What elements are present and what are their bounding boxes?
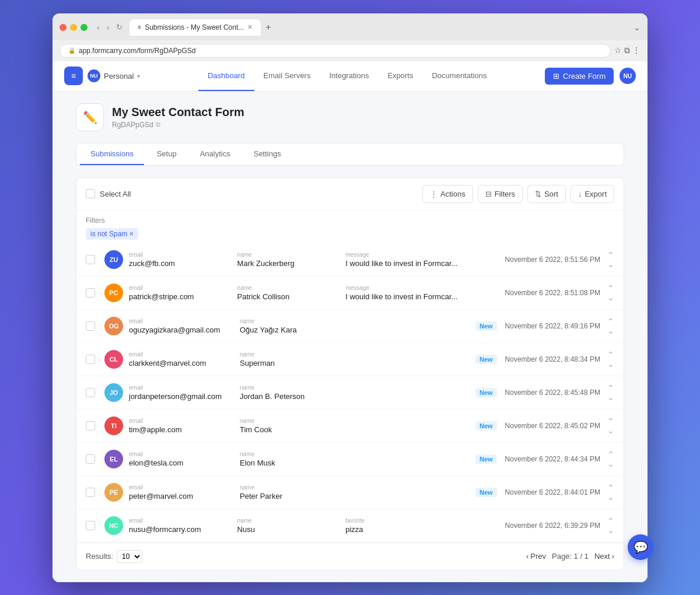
user-avatar[interactable]: NU (620, 68, 636, 84)
email-label: email (129, 251, 232, 258)
browser-more-icon[interactable]: ⌄ (634, 23, 640, 32)
avatar: CL (104, 350, 123, 369)
avatar: JO (104, 383, 123, 402)
table-row[interactable]: JO email jordanpeterson@gmail.com name J… (76, 376, 624, 410)
export-button[interactable]: ↓ Export (570, 185, 614, 203)
row-checkbox[interactable] (86, 321, 95, 331)
expand-icon[interactable]: ⌃⌄ (607, 450, 614, 468)
nav-link-integrations[interactable]: Integrations (320, 61, 378, 91)
filters-button[interactable]: ⊟ Filters (478, 185, 523, 203)
tab-setup[interactable]: Setup (146, 144, 187, 165)
nav-link-documentations[interactable]: Documentations (422, 61, 496, 91)
name-value: Superman (240, 359, 345, 368)
name-label: name (237, 285, 340, 291)
select-all-checkbox[interactable] (86, 189, 95, 198)
expand-icon[interactable]: ⌃⌄ (607, 250, 614, 269)
expand-icon[interactable]: ⌃⌄ (607, 383, 614, 402)
tab-submissions[interactable]: Submissions (80, 144, 144, 165)
new-badge: New (475, 454, 497, 464)
prev-icon: ‹ (526, 552, 528, 561)
row-checkbox[interactable] (86, 454, 95, 464)
close-dot[interactable] (60, 24, 66, 31)
row-checkbox[interactable] (86, 288, 95, 298)
back-button[interactable]: ‹ (94, 22, 102, 33)
expand-icon[interactable]: ⌃⌄ (607, 483, 614, 502)
nav-link-exports[interactable]: Exports (378, 61, 422, 91)
bookmark-icon[interactable]: ☆ (614, 46, 622, 55)
row-name-field: name Peter Parker (240, 484, 345, 501)
filter-tag-not-spam[interactable]: is not Spam × (86, 228, 138, 240)
row-checkbox[interactable] (86, 255, 95, 264)
table-row[interactable]: PE email peter@marvel.com name Peter Par… (76, 476, 624, 509)
table-row[interactable]: EL email elon@tesla.com name Elon Musk N… (76, 443, 624, 476)
menu-icon[interactable]: ⋮ (632, 46, 640, 55)
form-title: My Sweet Contact Form (112, 106, 244, 119)
next-page-button[interactable]: Next › (594, 552, 614, 561)
create-form-icon: ⊞ (553, 72, 559, 80)
avatar: OG (104, 317, 123, 335)
tab-analytics[interactable]: Analytics (190, 144, 241, 165)
row-checkbox[interactable] (86, 388, 95, 397)
row-name-field: name Tim Cook (240, 418, 345, 434)
row-message-field: favorite pizza (345, 517, 499, 534)
export-icon: ↓ (578, 190, 582, 198)
table-row[interactable]: OG email oguzyagizkara@gmail.com name Oğ… (76, 310, 624, 343)
results-area: Results: 10 25 50 (86, 550, 142, 563)
workspace-chevron-icon: ▾ (137, 73, 140, 79)
name-value: Elon Musk (240, 459, 345, 467)
maximize-dot[interactable] (80, 24, 88, 31)
nav-link-email-servers[interactable]: Email Servers (254, 61, 320, 91)
nav-link-dashboard[interactable]: Dashboard (198, 61, 254, 91)
row-right: New November 6 2022, 8:45:48 PM ⌃⌄ (475, 383, 614, 402)
sort-button[interactable]: ⇅ Sort (527, 185, 566, 203)
sort-icon: ⇅ (535, 190, 541, 198)
forward-button[interactable]: › (104, 22, 112, 33)
row-email-field: email tim@apple.com (129, 418, 234, 434)
tab-settings[interactable]: Settings (243, 144, 292, 165)
extensions-icon[interactable]: ⧉ (624, 46, 630, 55)
workspace-avatar: NU (88, 69, 100, 82)
row-checkbox[interactable] (86, 355, 95, 364)
row-email-field: email patrick@stripe.com (129, 285, 232, 301)
row-checkbox[interactable] (86, 488, 95, 497)
name-label: name (237, 517, 340, 524)
new-badge: New (475, 355, 497, 364)
app-content: ≡ NU Personal ▾ Dashboard Email Servers … (52, 61, 648, 582)
actions-button[interactable]: ⋮ Actions (422, 185, 473, 203)
row-email-field: email nusu@formcarry.com (129, 517, 232, 534)
expand-icon[interactable]: ⌃⌄ (607, 284, 614, 302)
table-row[interactable]: ZU email zuck@fb.com name Mark Zuckerber… (76, 243, 624, 276)
row-checkbox[interactable] (86, 521, 95, 530)
table-row[interactable]: TI email tim@apple.com name Tim Cook New… (76, 410, 624, 443)
create-form-button[interactable]: ⊞ Create Form (545, 68, 614, 85)
refresh-button[interactable]: ↻ (114, 22, 125, 33)
tab-title: Submissions - My Sweet Cont... (145, 23, 244, 32)
prev-page-button[interactable]: ‹ Prev (526, 552, 546, 561)
chat-fab-button[interactable]: 💬 (628, 534, 653, 560)
row-name-field: name Jordan B. Peterson (240, 384, 345, 401)
expand-icon[interactable]: ⌃⌄ (607, 516, 614, 535)
select-all-label[interactable]: Select All (100, 190, 131, 198)
table-row[interactable]: CL email clarkkent@marvel.com name Super… (76, 343, 624, 376)
expand-icon[interactable]: ⌃⌄ (607, 350, 614, 369)
row-email-field: email zuck@fb.com (129, 251, 232, 268)
table-row[interactable]: PC email patrick@stripe.com name Patrick… (76, 276, 624, 310)
new-tab-button[interactable]: + (261, 22, 275, 33)
address-bar[interactable]: 🔒 app.formcarry.com/form/RgDAPpGSd (60, 44, 611, 58)
results-per-page-select[interactable]: 10 25 50 (117, 550, 142, 563)
avatar: NC (104, 516, 123, 535)
expand-icon[interactable]: ⌃⌄ (607, 317, 614, 335)
row-checkbox[interactable] (86, 421, 95, 430)
email-value: jordanpeterson@gmail.com (129, 392, 234, 401)
copy-id-icon[interactable]: ⧉ (156, 121, 160, 128)
app-logo[interactable]: ≡ (64, 66, 83, 85)
minimize-dot[interactable] (70, 24, 77, 31)
avatar: PC (104, 284, 123, 302)
expand-icon[interactable]: ⌃⌄ (607, 416, 614, 435)
results-label: Results: (86, 552, 113, 561)
name-label: name (240, 484, 345, 491)
browser-tab[interactable]: ≡ Submissions - My Sweet Cont... ✕ (130, 19, 261, 36)
tab-close-icon[interactable]: ✕ (247, 23, 253, 31)
workspace-selector[interactable]: NU Personal ▾ (88, 69, 140, 82)
table-row[interactable]: NC email nusu@formcarry.com name Nusu fa… (76, 509, 624, 542)
